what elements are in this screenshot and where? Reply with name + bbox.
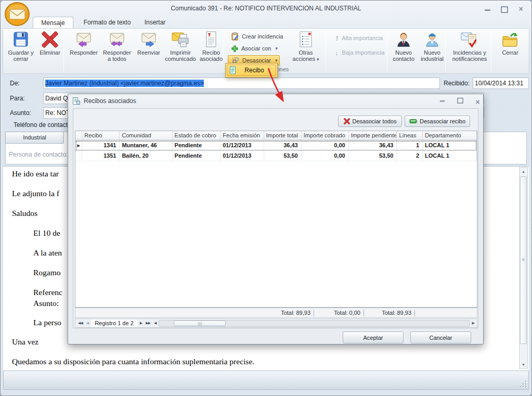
dialog-content: Desasociar todos Desasociar recibo Recib… xyxy=(73,108,478,328)
col-departamento[interactable]: Departamento xyxy=(423,131,477,140)
tab-formato-de-texto[interactable]: Formato de texto xyxy=(79,17,136,29)
dialog-minimize-button[interactable] xyxy=(436,97,448,104)
chevron-down-icon: ▾ xyxy=(275,46,278,51)
horizontal-scrollbar[interactable]: |||| xyxy=(159,320,469,327)
resize-grip[interactable] xyxy=(519,380,526,387)
body-line: A la aten xyxy=(33,248,62,258)
exclamation-icon: ! xyxy=(336,34,338,42)
receipt-icon xyxy=(229,66,236,74)
prev-record-icon[interactable]: ◀ xyxy=(85,321,89,325)
body-line: El 10 de xyxy=(33,228,60,238)
other-actions-button[interactable]: Otras acciones▾ xyxy=(288,30,323,67)
high-importance-button: ! Alta importancia xyxy=(336,33,383,43)
scrollbar-thumb[interactable]: ≡ xyxy=(520,176,527,344)
col-importe-pendiente[interactable]: Importe pendiente xyxy=(349,131,397,140)
dialog-restore-button[interactable] xyxy=(454,97,466,104)
ribbon-separator xyxy=(326,30,326,72)
menu-item-recibo[interactable]: Recibo xyxy=(227,65,276,76)
asunto-label: Asunto: xyxy=(10,109,31,117)
hscroll-left-icon[interactable]: ◀ xyxy=(153,321,157,325)
col-estado[interactable]: Estado de cobro xyxy=(173,131,221,140)
aceptar-button[interactable]: Aceptar xyxy=(343,331,404,343)
col-recibo[interactable]: Recibo xyxy=(82,131,120,140)
receipt-icon xyxy=(205,31,217,48)
red-x-icon xyxy=(344,118,350,124)
low-importance-button: ↓ Baja importancia xyxy=(335,47,384,58)
new-contact-button[interactable]: Nuevo contacto xyxy=(389,30,418,67)
clipboard-icon xyxy=(231,32,239,41)
worker-icon xyxy=(424,31,440,48)
table-row[interactable]: 1351 Bailén, 20 Pendiente 01/12/2013 53,… xyxy=(75,151,477,161)
telefono-label: Teléfono de contacto: xyxy=(14,121,73,129)
next-record-icon[interactable]: ▶ xyxy=(139,321,143,325)
col-lineas[interactable]: Líneas xyxy=(397,131,422,140)
selected-row-marker-icon: ▶ xyxy=(75,140,82,151)
dialog-close-button[interactable]: × xyxy=(471,98,485,106)
reply-all-button[interactable]: Responder a todos xyxy=(101,30,133,67)
body-line: Saludos xyxy=(12,209,37,218)
chevron-down-icon: ▾ xyxy=(317,57,319,62)
close-ribbon-button[interactable]: Cerrar xyxy=(495,30,525,67)
total-importe-pendiente: Total: 89,93 xyxy=(359,310,411,316)
scroll-up-icon[interactable]: ▲ xyxy=(520,168,527,175)
body-vertical-scrollbar[interactable]: ▲ ≡ ▼ xyxy=(519,167,528,369)
hscroll-right-icon[interactable]: ▶ xyxy=(471,321,475,325)
floppy-disk-icon xyxy=(12,31,30,48)
scroll-down-icon[interactable]: ▼ xyxy=(520,361,527,368)
print-communication-button[interactable]: Imprimir comunicado xyxy=(164,30,197,67)
recibido-field[interactable]: 10/04/2014 13:31 xyxy=(473,78,529,89)
envelope-check-icon xyxy=(461,31,478,48)
new-industrial-button[interactable]: Nuevo industrial xyxy=(418,30,446,67)
de-label: De: xyxy=(10,80,20,87)
body-line: He ido esta tar xyxy=(12,169,59,178)
print-envelope-icon xyxy=(172,31,189,48)
tab-mensaje[interactable]: Mensaje xyxy=(33,17,73,29)
body-line: Asunto: xyxy=(33,299,59,308)
associated-receipt-button[interactable]: Recibo asociado xyxy=(198,30,225,67)
first-record-icon[interactable]: ◀◀ xyxy=(77,321,84,325)
last-record-icon[interactable]: ▶▶ xyxy=(145,321,151,325)
folder-exit-icon xyxy=(501,31,519,48)
create-incident-button[interactable]: Crear incidencia xyxy=(228,31,286,42)
ribbon-separator xyxy=(387,30,387,72)
incidents-notifications-button[interactable]: Incidencias y notificaciones xyxy=(447,30,492,67)
col-importe-cobrado[interactable]: Importe cobrado xyxy=(302,131,349,140)
de-value: Javier Martinez (Industrial) <javier.mar… xyxy=(45,80,204,87)
hscroll-thumb[interactable]: |||| xyxy=(174,321,226,326)
save-close-button[interactable]: Guardar y cerrar xyxy=(6,30,35,67)
row-selector-header xyxy=(75,131,82,140)
desasociar-todos-button[interactable]: Desasociar todos xyxy=(338,116,402,127)
businessman-icon xyxy=(395,31,412,48)
body-line: Referenc xyxy=(33,288,62,297)
close-button[interactable]: × xyxy=(514,5,528,13)
ribbon-separator xyxy=(63,30,64,72)
col-comunidad[interactable]: Comunidad xyxy=(120,131,172,140)
window-title: Comunicado 391 - Re: NOTIFICO INTERVENCI… xyxy=(171,5,361,12)
body-line: Una vez xyxy=(12,337,38,347)
chevron-down-icon: ▾ xyxy=(275,58,278,63)
delete-button[interactable]: Eliminar xyxy=(36,30,63,67)
table-row[interactable]: ▶ 1341 Muntaner, 46 Pendiente 01/12/2013… xyxy=(75,140,477,151)
cancelar-button[interactable]: Cancelar xyxy=(410,331,471,343)
desasociar-recibo-button[interactable]: Desasociar recibo xyxy=(405,116,470,127)
body-line: Quedamos a su disposición para cuanta in… xyxy=(12,357,254,366)
de-field[interactable]: Javier Martinez (Industrial) <javier.mar… xyxy=(43,78,440,89)
minimize-button[interactable] xyxy=(481,5,495,13)
app-envelope-logo[interactable] xyxy=(4,2,30,27)
totals-row: Total: 89,93 Total: 0,00 Total: 89,93 xyxy=(75,308,477,318)
record-navigator: ◀◀ ◀ Registro 1 de 2 ▶ ▶▶ ◀ |||| ▶ xyxy=(75,318,477,328)
associate-with-button[interactable]: Asociar con ▾ xyxy=(228,43,281,54)
red-x-icon xyxy=(41,31,59,48)
total-importe-total: Total: 89,93 xyxy=(258,310,310,316)
col-importe-total[interactable]: Importe total xyxy=(264,131,302,140)
tab-insertar[interactable]: Insertar xyxy=(137,17,173,29)
restore-button[interactable] xyxy=(497,5,511,13)
recibos-asociados-dialog: Recibos asociados × Desasociar todos Des… xyxy=(68,94,484,344)
tab-industrial[interactable]: Industrial xyxy=(5,132,64,144)
forward-button[interactable]: Reenviar xyxy=(134,30,163,67)
reply-button[interactable]: Responder xyxy=(68,30,100,67)
body-line: Le adjunto la f xyxy=(12,189,59,198)
reply-envelope-icon xyxy=(76,31,92,48)
col-fecha[interactable]: Fecha emisión xyxy=(220,131,264,140)
dialog-receipt-icon xyxy=(72,97,81,105)
